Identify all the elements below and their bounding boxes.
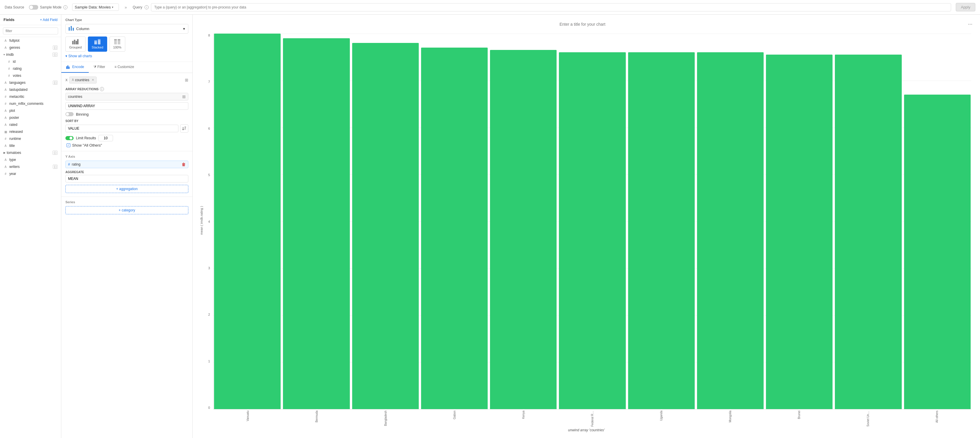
field-item-rated[interactable]: A rated [0,121,61,128]
field-badge-genres: [ ] [53,46,57,49]
field-type-icon-plot: A [3,109,8,112]
x-field-name: countries [75,78,89,82]
svg-rect-7 [94,41,97,45]
field-type-icon-rated: A [3,123,8,126]
field-name-num_mflix_comments: num_mflix_comments [10,102,43,106]
sample-mode-toggle: Sample Mode i [29,5,67,10]
bar-group-0[interactable] [213,33,281,409]
search-box [0,25,61,37]
query-input[interactable] [151,3,951,11]
datasource-select[interactable]: Sample Data: Movies ▾ [72,3,119,11]
binning-label: Binning [76,112,89,116]
add-field-button[interactable]: + Add Field [40,18,57,22]
limit-results-toggle[interactable] [65,136,73,140]
apply-button[interactable]: Apply [956,3,975,11]
bar-group-10[interactable] [904,33,971,409]
chart-option-stacked[interactable]: Stacked [88,37,107,52]
field-item-runtime[interactable]: # runtime [0,135,61,142]
add-category-button[interactable]: + category [65,206,188,214]
field-item-writers[interactable]: A writers [ ] [0,163,61,170]
y-field-name: rating [72,162,81,166]
x-field-expand-icon[interactable]: ⊞ [185,78,188,82]
binning-toggle[interactable] [65,112,73,116]
bar-4 [490,50,557,409]
sort-select[interactable]: VALUE LABEL COUNT [65,125,178,132]
field-item-title[interactable]: A title [0,142,61,149]
field-item-poster[interactable]: A poster [0,114,61,121]
field-item-languages[interactable]: A languages [ ] [0,79,61,86]
main-layout: Fields + Add Field A fullplot A genres [… [0,14,980,438]
tab-filter[interactable]: ⧩ Filter [89,62,110,73]
add-aggregation-button[interactable]: + aggregation [65,185,188,193]
show-others-checkbox[interactable]: ✓ [67,143,70,147]
field-item-metacritic[interactable]: # metacritic [0,93,61,100]
checkmark-icon: ✓ [67,144,70,147]
field-name-languages: languages [10,81,25,85]
datasource-label: Data Source [5,5,24,10]
chart-more-button[interactable]: ··· [966,21,974,28]
field-item-type[interactable]: A type [0,156,61,163]
chart-option-grouped[interactable]: Grouped [65,37,86,52]
group-badge-tomatoes: { } [52,151,57,155]
field-item-fullplot[interactable]: A fullplot [0,37,61,44]
bar-group-5[interactable] [558,33,626,409]
sample-mode-info-icon[interactable]: i [64,5,67,10]
field-name-year: year [10,172,16,176]
encode-panel: Chart Type Column ▾ [61,14,193,438]
group-arrow-tomatoes: ▶ [3,151,6,154]
field-name-lastupdated: lastupdated [10,88,27,92]
bar-group-6[interactable] [628,33,695,409]
group-item-imdb[interactable]: ▾ imdb { } [0,51,61,58]
field-item-plot[interactable]: A plot [0,107,61,114]
reduction-expand-icon[interactable]: ⊞ [182,94,186,99]
chart-type-dropdown[interactable]: Column ▾ [65,24,188,33]
field-name-imdb-id: id [13,60,16,64]
field-type-icon-lastupdated: A [3,88,8,91]
aggregate-select[interactable]: MEAN SUM COUNT MIN MAX MEDIAN [65,175,188,183]
field-name-writers: writers [10,165,19,169]
tab-filter-label: Filter [97,65,105,69]
x-field-remove-button[interactable]: ✕ [92,78,94,81]
field-item-imdb-rating[interactable]: # rating [0,65,61,72]
limit-results-input[interactable] [99,135,113,141]
chart-option-100pct[interactable]: 100% [110,37,125,52]
bar-group-3[interactable] [420,33,488,409]
group-item-tomatoes[interactable]: ▶ tomatoes { } [0,149,61,156]
bar-group-2[interactable] [352,33,419,409]
chart-option-stacked-label: Stacked [92,46,103,49]
field-item-num_mflix_comments[interactable]: # num_mflix_comments [0,100,61,107]
x-label-10: All others [902,409,971,427]
x-label-5: Federal Republic of Yugoslavia [558,409,627,427]
bar-group-1[interactable] [282,33,350,409]
query-info-icon[interactable]: i [145,5,149,10]
y-field-remove-button[interactable]: 🗑 [181,162,186,167]
field-name-rated: rated [10,123,17,127]
array-reductions-info-icon[interactable]: i [100,87,104,91]
bar-0 [214,33,281,409]
field-type-icon-languages: A [3,81,8,84]
tab-customize-label: Customize [118,65,134,69]
field-type-icon-writers: A [3,165,8,169]
field-item-imdb-votes[interactable]: # votes [0,72,61,79]
sample-mode-switch[interactable] [29,5,38,10]
field-item-year[interactable]: # year [0,170,61,177]
field-item-genres[interactable]: A genres [ ] [0,44,61,51]
tab-encode[interactable]: Encode [61,62,89,73]
y-tick-8: 8 [208,33,210,37]
chart-title-input[interactable] [199,22,966,27]
field-item-lastupdated[interactable]: A lastupdated [0,86,61,93]
field-item-imdb-id[interactable]: # id [0,58,61,65]
x-label-0: Vanuatu [213,409,282,427]
bar-group-9[interactable] [834,33,902,409]
fields-search-input[interactable] [3,27,58,35]
field-item-released[interactable]: ▦ released [0,128,61,135]
svg-rect-11 [114,40,117,45]
tab-customize[interactable]: ≡ Customize [110,62,139,73]
bar-group-8[interactable] [765,33,833,409]
show-all-charts-button[interactable]: ▾ Show all charts [65,54,188,58]
reduction-type-select[interactable]: UNWIND ARRAY LENGTH FIRST LAST [65,102,188,110]
bar-group-7[interactable] [697,33,764,409]
sort-direction-button[interactable] [180,124,188,132]
bar-5 [559,52,625,409]
bar-group-4[interactable] [489,33,557,409]
